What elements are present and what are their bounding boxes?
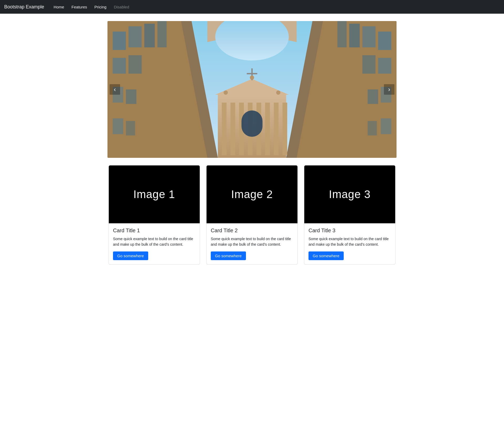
svg-rect-11 xyxy=(113,118,123,134)
card-title-1: Card Title 1 xyxy=(113,228,196,234)
svg-rect-16 xyxy=(362,26,376,47)
svg-rect-27 xyxy=(222,103,227,155)
card-text-1: Some quick example text to build on the … xyxy=(113,236,196,247)
carousel-illustration xyxy=(107,21,397,158)
carousel: ‹ › xyxy=(107,21,397,158)
card-image-1: Image 1 xyxy=(109,165,200,223)
svg-rect-20 xyxy=(362,55,376,74)
card-button-2[interactable]: Go somewhere xyxy=(211,251,246,260)
card-body-2: Card Title 2 Some quick example text to … xyxy=(207,223,297,264)
nav-link-features[interactable]: Features xyxy=(68,3,90,11)
carousel-image xyxy=(107,21,397,158)
card-text-2: Some quick example text to build on the … xyxy=(211,236,293,247)
carousel-prev-button[interactable]: ‹ xyxy=(110,84,120,95)
nav-link-pricing[interactable]: Pricing xyxy=(91,3,110,11)
svg-rect-8 xyxy=(128,55,142,74)
svg-rect-35 xyxy=(241,110,263,137)
svg-rect-4 xyxy=(128,26,142,47)
svg-rect-7 xyxy=(113,58,126,74)
card-title-3: Card Title 3 xyxy=(308,228,391,234)
card-title-2: Card Title 2 xyxy=(211,228,293,234)
svg-rect-15 xyxy=(378,32,391,50)
svg-rect-34 xyxy=(282,103,287,155)
svg-rect-22 xyxy=(368,89,378,104)
card-body-3: Card Title 3 Some quick example text to … xyxy=(304,223,395,264)
nav-links: HomeFeaturesPricingDisabled xyxy=(50,3,132,11)
nav-link-disabled: Disabled xyxy=(111,3,132,11)
card-text-3: Some quick example text to build on the … xyxy=(308,236,391,247)
svg-rect-3 xyxy=(113,32,126,50)
svg-rect-33 xyxy=(274,103,279,155)
navbar: Bootstrap Example HomeFeaturesPricingDis… xyxy=(0,0,504,14)
svg-rect-6 xyxy=(157,21,167,47)
svg-rect-12 xyxy=(126,121,135,135)
svg-point-39 xyxy=(224,90,228,95)
card-image-label-1: Image 1 xyxy=(133,188,175,201)
svg-rect-32 xyxy=(265,103,270,155)
card-button-1[interactable]: Go somewhere xyxy=(113,251,148,260)
card-image-label-2: Image 2 xyxy=(231,188,273,201)
svg-rect-19 xyxy=(378,58,391,74)
card-image-3: Image 3 xyxy=(304,165,395,223)
svg-rect-18 xyxy=(337,21,347,47)
carousel-next-button[interactable]: › xyxy=(384,84,394,95)
card-1: Image 1 Card Title 1 Some quick example … xyxy=(109,165,200,265)
svg-point-41 xyxy=(276,90,280,95)
svg-rect-17 xyxy=(349,24,360,47)
nav-brand: Bootstrap Example xyxy=(4,4,44,10)
svg-rect-23 xyxy=(381,118,391,134)
svg-rect-28 xyxy=(230,103,235,155)
nav-link-home[interactable]: Home xyxy=(50,3,67,11)
cards-section: Image 1 Card Title 1 Some quick example … xyxy=(107,165,397,265)
card-3: Image 3 Card Title 3 Some quick example … xyxy=(304,165,395,265)
card-image-2: Image 2 xyxy=(207,165,297,223)
card-2: Image 2 Card Title 2 Some quick example … xyxy=(206,165,298,265)
card-button-3[interactable]: Go somewhere xyxy=(308,251,344,260)
card-body-1: Card Title 1 Some quick example text to … xyxy=(109,223,200,264)
svg-rect-5 xyxy=(144,24,155,47)
card-image-label-3: Image 3 xyxy=(329,188,371,201)
svg-point-40 xyxy=(250,75,254,80)
svg-rect-10 xyxy=(126,89,136,104)
svg-rect-24 xyxy=(368,121,377,135)
